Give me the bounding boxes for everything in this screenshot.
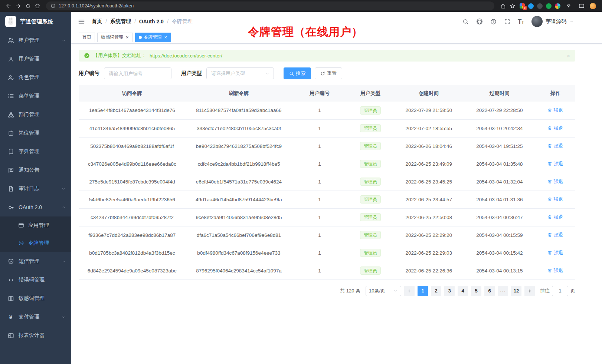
page-size-select[interactable]: 10条/页 <box>366 286 401 296</box>
next-page-button[interactable] <box>524 286 535 296</box>
sidebar-item-role[interactable]: 角色管理 <box>0 68 71 87</box>
user-id-cell: 1 <box>292 208 347 226</box>
tab-item[interactable]: 令牌管理× <box>135 33 171 42</box>
breadcrumb-item[interactable]: 首页 <box>92 18 102 25</box>
browser-chrome: 127.0.0.1:1024/system/oauth2/token 0 <box>0 0 602 12</box>
force-logout-button[interactable]: 强退 <box>547 125 563 132</box>
force-logout-button[interactable]: 强退 <box>547 178 563 185</box>
sidebar-item-label: 角色管理 <box>19 74 39 81</box>
trash-icon <box>547 197 552 202</box>
sidebar-item-sms[interactable]: 短信管理 <box>0 252 71 271</box>
sidebar-item-error-code[interactable]: 错误码管理 <box>0 271 71 289</box>
pagination-page-1[interactable]: 1 <box>418 286 428 296</box>
expire-time-cell: 2054-03-04 01:35:48 <box>464 155 536 173</box>
breadcrumb-separator: / <box>167 19 169 24</box>
search-button[interactable]: 搜索 <box>284 67 311 79</box>
goto-page-input[interactable] <box>552 286 568 296</box>
browser-forward-icon[interactable] <box>13 1 23 11</box>
sidebar-item-user[interactable]: 用户管理 <box>0 50 71 68</box>
browser-address-bar[interactable]: 127.0.0.1:1024/system/oauth2/token <box>46 1 494 10</box>
sidebar-item-post[interactable]: 岗位管理 <box>0 124 71 142</box>
force-logout-button[interactable]: 强退 <box>547 161 563 167</box>
pagination-ellipsis[interactable]: ··· <box>498 286 508 296</box>
search-icon[interactable] <box>462 19 469 25</box>
sidebar-item-dict[interactable]: 字典管理 <box>0 142 71 161</box>
split-view-icon[interactable] <box>577 1 586 11</box>
site-info-icon[interactable] <box>50 3 56 9</box>
github-icon[interactable] <box>476 18 483 25</box>
sidebar-item-report-designer[interactable]: 报表设计器 <box>0 326 71 345</box>
table-header-row: 访问令牌刷新令牌用户编号用户类型创建时间过期时间操作 <box>79 85 575 102</box>
pagination-page-2[interactable]: 2 <box>431 286 441 296</box>
sidebar-item-oauth2[interactable]: OAuth 2.0 <box>0 198 71 216</box>
force-logout-button[interactable]: 强退 <box>547 107 563 114</box>
sidebar-subitem-app-manage[interactable]: 应用管理 <box>0 216 71 234</box>
sidebar-subitem-token-manage[interactable]: 令牌管理 <box>0 234 71 252</box>
pagination-page-6[interactable]: 6 <box>484 286 495 296</box>
sidebar-item-audit-log[interactable]: 审计日志 <box>0 179 71 198</box>
sidebar-item-dept[interactable]: 部门管理 <box>0 105 71 124</box>
sidebar-item-pay[interactable]: ¥支付管理 <box>0 308 71 326</box>
app-logo-bar[interactable]: 芋道管理系统 <box>0 12 71 31</box>
bookmark-star-icon[interactable] <box>508 1 517 11</box>
browser-profile-avatar[interactable] <box>590 3 596 9</box>
breadcrumb-item[interactable]: OAuth 2.0 <box>139 19 164 24</box>
extension-icon[interactable]: 0 <box>520 3 525 9</box>
alert-close-icon[interactable]: × <box>567 53 570 59</box>
extension-icon[interactable] <box>555 3 560 9</box>
font-size-icon[interactable]: TT <box>518 19 524 25</box>
fullscreen-icon[interactable] <box>504 19 510 25</box>
access-token-cell: c342377bf8b344799dcbf7bf095287f2 <box>79 208 186 226</box>
sidebar-collapse-icon[interactable] <box>76 17 86 27</box>
force-logout-button[interactable]: 强退 <box>547 214 563 221</box>
force-logout-button[interactable]: 强退 <box>547 249 563 256</box>
tab-item[interactable]: 首页 <box>79 33 95 42</box>
browser-reload-icon[interactable] <box>23 1 33 11</box>
user-type-tag: 管理员 <box>360 195 381 203</box>
sidebar-item-tenant[interactable]: 租户管理 <box>0 31 71 50</box>
expire-time-cell: 2054-03-04 00:15:59 <box>464 226 536 244</box>
sidebar-item-menu[interactable]: 菜单管理 <box>0 87 71 105</box>
pagination-page-12[interactable]: 12 <box>511 286 521 296</box>
force-logout-button[interactable]: 强退 <box>547 267 563 274</box>
paw-extension-icon[interactable] <box>564 1 573 11</box>
action-cell: 强退 <box>536 262 575 279</box>
extension-icon[interactable] <box>546 3 552 9</box>
extension-icon[interactable] <box>528 3 534 9</box>
browser-home-icon[interactable] <box>33 1 42 11</box>
prev-page-button[interactable] <box>404 286 415 296</box>
user-type-cell: 管理员 <box>347 208 394 226</box>
pagination-page-3[interactable]: 3 <box>444 286 455 296</box>
force-logout-button[interactable]: 强退 <box>547 232 563 238</box>
breadcrumb-item[interactable]: 系统管理 <box>110 18 131 25</box>
pagination-page-5[interactable]: 5 <box>471 286 481 296</box>
user-id-cell: 1 <box>292 244 347 262</box>
user-menu[interactable]: 芋道源码 <box>531 16 574 27</box>
sidebar-item-sensitive-word[interactable]: 敏感词管理 <box>0 289 71 308</box>
user-type-select[interactable]: 请选择用户类型 <box>206 67 274 79</box>
reset-button[interactable]: 重置 <box>315 67 342 79</box>
tab-close-icon[interactable]: × <box>164 35 168 40</box>
menu-icon <box>7 93 14 99</box>
user-id-input[interactable] <box>104 67 171 79</box>
create-time-cell: 2022-07-02 18:55:55 <box>394 119 464 137</box>
share-icon[interactable] <box>498 1 508 11</box>
help-icon[interactable] <box>490 19 497 25</box>
action-cell: 强退 <box>536 244 575 262</box>
force-logout-button[interactable]: 强退 <box>547 143 563 149</box>
sidebar-item-notice[interactable]: 通知公告 <box>0 161 71 179</box>
table-row: 41c41346a548490f9dc8b01c6bfe0865333ecfc7… <box>79 119 575 137</box>
browser-back-icon[interactable] <box>4 1 13 11</box>
tab-item[interactable]: 敏感词管理× <box>97 33 133 42</box>
trash-icon <box>547 161 552 166</box>
sidebar-item-label: 通知公告 <box>19 167 39 173</box>
token-table: 访问令牌刷新令牌用户编号用户类型创建时间过期时间操作 1ea5e44f8bc14… <box>79 85 575 280</box>
force-logout-button[interactable]: 强退 <box>547 196 563 203</box>
pagination-page-4[interactable]: 4 <box>458 286 468 296</box>
extension-icon[interactable] <box>537 3 543 9</box>
topbar: 首页/系统管理/OAuth 2.0/令牌管理 TT 芋道源码 <box>71 12 602 31</box>
user-id-cell: 1 <box>292 262 347 279</box>
tab-close-icon[interactable]: × <box>125 35 129 40</box>
doc-link[interactable]: https://doc.iocoder.cn/user-center/ <box>150 53 222 59</box>
user-type-tag: 管理员 <box>360 267 381 275</box>
